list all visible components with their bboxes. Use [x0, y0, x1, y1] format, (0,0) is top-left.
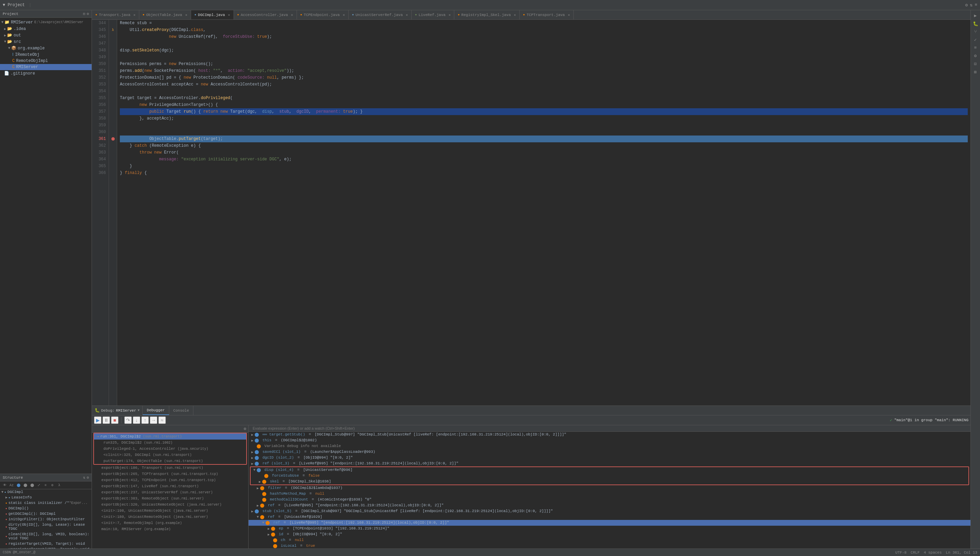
code-lines[interactable]: Remote stub = Util.createProxy(DGCImpl.c… [117, 20, 970, 406]
frame-item-3[interactable]: <clinit>:325, DGCImpl (sun.rmi.transport… [94, 452, 246, 458]
tab-dgcimpl[interactable]: ● DGCImpl.java ✕ [191, 10, 234, 19]
close-icon[interactable]: ✕ [514, 13, 516, 17]
var-item-ep[interactable]: ep = [TCPEndpoint@1033] "[192.168.31.219… [249, 526, 970, 532]
sidebar-icon-git[interactable]: ⑂ [974, 29, 977, 34]
var-item-ch[interactable]: ch = null [249, 537, 970, 543]
tree-item-org-example[interactable]: 📦 org.example [0, 45, 92, 52]
tree-item-rmiserver-class[interactable]: C RMIServer [0, 64, 92, 70]
var-item-this[interactable]: this = (DGCImpl$2@1002) [249, 438, 970, 443]
tab-tcpendpoint[interactable]: ● TCPEndpoint.java ✕ [297, 10, 349, 19]
sidebar-icon-settings[interactable]: ⚙ [974, 53, 977, 58]
var-item-forcestubuse[interactable]: forceStubUse = false [251, 473, 969, 479]
project-dropdown[interactable]: ▼ Project [3, 3, 25, 8]
struct-item-dgcimpl-ctor[interactable]: ● DGCImpl() [0, 506, 92, 511]
frame-item-2[interactable]: doPrivileged-1, AccessController (java.s… [94, 446, 246, 452]
tab-transport[interactable]: ● Transport.java ✕ [92, 10, 139, 19]
var-item-savedccl[interactable]: savedCCl (slot_1) = (Launcher$AppClassLo… [249, 449, 970, 455]
struct-item-registertarget[interactable]: ● registerTarget(VMID, Target): void [0, 541, 92, 546]
sidebar-icon-todo[interactable]: ✓ [974, 37, 977, 42]
pause-btn[interactable]: ⏸ [102, 416, 110, 424]
tab-liveref[interactable]: ● LiveRef.java ✕ [412, 10, 454, 19]
menu-icon[interactable]: ≡ [975, 2, 977, 8]
tree-item-rmiserver[interactable]: 📁 RMIServer E:\Javaproject\RMIServer [0, 19, 92, 26]
frame-item-9[interactable]: exportObject:237, UnicastServerRef (sun.… [92, 489, 248, 495]
frame-item-4[interactable]: putTarget:174, ObjectTable (sun.rmi.tran… [94, 458, 246, 464]
frame-item-14[interactable]: <init>:7, RemoteObjImpl (org.example) [92, 520, 248, 526]
close-icon[interactable]: ✕ [185, 13, 187, 17]
run-cursor-btn[interactable]: → [150, 416, 157, 424]
frame-item-7[interactable]: exportObject:412, TCPEndpoint (sun.rmi.t… [92, 477, 248, 483]
frame-item-0[interactable]: → run:361, DGCImpl$2 (sun.rmi.transport) [94, 433, 246, 440]
tab-tcptransport[interactable]: ● TCPTransport.java ✕ [520, 10, 574, 19]
status-line-ending[interactable]: CRLF [910, 551, 919, 554]
close-icon[interactable]: ✕ [448, 13, 451, 17]
debug-tab-console[interactable]: Console [169, 406, 193, 415]
close-icon[interactable]: ✕ [568, 13, 570, 17]
fields-icon[interactable]: ≡ [43, 482, 49, 488]
status-indent[interactable]: 4 spaces [924, 551, 942, 554]
frame-item-13[interactable]: <init>:180, UnicastRemoteObject (java.rm… [92, 514, 248, 520]
evaluate-btn[interactable]: ≈ [158, 416, 166, 424]
var-item-filter[interactable]: filter = (DGCImpl$2$lambda@1037) [249, 485, 970, 491]
collapse-all-icon[interactable]: ⊟ [83, 11, 86, 16]
anon-icon[interactable]: λ [57, 482, 62, 488]
tree-item-out[interactable]: 📂 out [0, 32, 92, 39]
frame-item-11[interactable]: exportObject:320, UnicastRemoteObject (j… [92, 501, 248, 508]
var-item-ref-unicastref[interactable]: ref = [UnicastRef@1029] [249, 514, 970, 520]
var-item-methodcallidcount[interactable]: methodCallIDCount = (AtomicInteger@1038)… [249, 497, 970, 503]
sidebar-icon-terminal[interactable]: ⊡ [974, 61, 977, 67]
var-item-skel[interactable]: skel = [DGCImpl_Skel@1036] [251, 479, 969, 485]
filter-icon[interactable]: ⬤ [16, 482, 21, 488]
var-item-ref-in-disp[interactable]: ref = [LiveRef@995] "[endpoint:[192.168.… [249, 503, 970, 508]
code-content[interactable]: 344 345 346 347 348 349 350 351 352 353 … [92, 20, 970, 406]
step-into-btn[interactable]: ↓ [133, 416, 140, 424]
var-item-disp[interactable]: disp (slot_4) = [UnicastServerRef@996] [251, 467, 969, 473]
evaluate-input[interactable] [251, 426, 968, 430]
tree-item-idea[interactable]: 📂 .idea [0, 26, 92, 32]
var-item-hashtomethodmap[interactable]: hashToMethod_Map = null [249, 491, 970, 497]
frame-item-15[interactable]: main:10, RMIServer (org.example) [92, 526, 248, 532]
sort-icon[interactable]: ⇅ [83, 475, 86, 480]
var-item-ref-liveref[interactable]: ref = [LiveRef@995] "[endpoint:[192.168.… [249, 520, 970, 526]
close-icon[interactable]: ✕ [228, 13, 230, 17]
step-over-btn[interactable]: ↷ [124, 416, 132, 424]
stop-btn[interactable]: ■ [111, 416, 118, 424]
tab-objecttable[interactable]: ● ObjectTable.java ✕ [139, 10, 191, 19]
settings-icon2[interactable]: ⚙ [86, 475, 89, 480]
struct-item-leaseinfo[interactable]: ● LeaseInfo [0, 495, 92, 500]
struct-item-clean[interactable]: ● clean(ObjID[], long, VMID, boolean): v… [0, 532, 92, 541]
filter3-icon[interactable]: ⬤ [29, 482, 35, 488]
status-encoding[interactable]: UTF-8 [895, 551, 906, 554]
var-item-debug-info[interactable]: Variables debug info not available [249, 443, 970, 449]
struct-item-dirty[interactable]: ● dirty(ObjID[], long, Lease): Lease TDG… [0, 522, 92, 532]
sidebar-icon-run[interactable]: ▶ [974, 13, 977, 18]
var-item-ref-slot3[interactable]: ref (slot_3) = [LiveRef@995] "[endpoint:… [249, 461, 970, 467]
frame-item-8[interactable]: exportObject:147, LiveRef (sun.rmi.trans… [92, 483, 248, 489]
debug-server-arrow[interactable]: ▼ [137, 409, 140, 412]
frame-item-12[interactable]: <init>:198, UnicastRemoteObject (java.rm… [92, 508, 248, 514]
close-icon[interactable]: ✕ [291, 13, 293, 17]
close-icon[interactable]: ✕ [406, 13, 408, 17]
tree-item-src[interactable]: 📂 src [0, 39, 92, 45]
var-item-targetgetstub[interactable]: ▶ ∞∞ target.getStub() = [DGCImpl_Stub@99… [249, 432, 970, 438]
frame-item-5[interactable]: exportObject:186, Transport (sun.rmi.tra… [92, 465, 248, 471]
filter2-icon[interactable]: ⬤ [23, 482, 28, 488]
sort-alpha-icon[interactable]: Az [9, 482, 14, 488]
var-item-stub[interactable]: stub (slot_5) = [DGCImpl_Stub@997] "DGCI… [249, 508, 970, 514]
struct-item-getdgcimpl[interactable]: ● getDGCImpl(): DGCImpl [0, 511, 92, 517]
frame-item-10[interactable]: exportObject:383, RemoteObject (sun.rmi.… [92, 495, 248, 501]
var-item-islocal[interactable]: isLocal = true [249, 543, 970, 548]
step-out-btn[interactable]: ↑ [141, 416, 149, 424]
visibility-icon[interactable]: 👁 [2, 482, 8, 488]
filter-icon[interactable]: ⚙ [244, 426, 246, 432]
close-icon[interactable]: ✕ [343, 13, 345, 17]
tree-item-remoteobjimpl[interactable]: C RemoteObjImpl [0, 58, 92, 64]
sidebar-icon-debug[interactable]: 🐛 [973, 21, 978, 27]
close-icon[interactable]: ✕ [134, 13, 136, 17]
settings-icon[interactable]: ⚙ [965, 2, 968, 8]
tree-item-iremoteobj[interactable]: Ⅰ IRemoteObj [0, 52, 92, 58]
expand-icon[interactable]: ⤢ [36, 482, 42, 488]
frame-item-1[interactable]: run325, DGCImpl$2 (sun.rmi.1002) [94, 440, 246, 446]
var-item-id[interactable]: id = [ObjID@994] "[0:0, 2]" [249, 532, 970, 537]
tab-registryimpl[interactable]: ● RegistryImpl_Skel.java ✕ [454, 10, 520, 19]
